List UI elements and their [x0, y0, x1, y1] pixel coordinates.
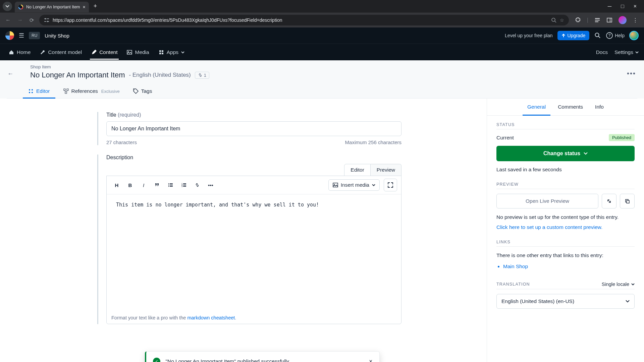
- reading-list-icon[interactable]: [594, 17, 600, 23]
- locale-select[interactable]: English (United States) (en-US): [496, 294, 635, 309]
- copy-icon[interactable]: [620, 194, 635, 208]
- side-tab-general[interactable]: General: [523, 99, 550, 115]
- title-input[interactable]: [106, 121, 401, 136]
- svg-rect-46: [333, 183, 338, 187]
- svg-rect-10: [595, 20, 600, 20]
- app-header: ☰ RU Unity Shop Level up your free plan …: [0, 27, 644, 44]
- tab-close-button[interactable]: ×: [83, 4, 86, 10]
- link-button[interactable]: [191, 179, 203, 191]
- description-textarea[interactable]: This item is no longer important, and th…: [107, 194, 401, 312]
- translation-mode-toggle[interactable]: Single locale: [602, 282, 635, 287]
- new-tab-button[interactable]: +: [92, 3, 99, 10]
- setup-preview-link[interactable]: Click here to set up a custom content pr…: [496, 224, 635, 230]
- site-settings-icon[interactable]: [44, 17, 49, 23]
- open-external-icon[interactable]: [602, 194, 616, 208]
- svg-rect-21: [162, 50, 163, 52]
- chevron-down-icon: [635, 51, 639, 54]
- browser-tab[interactable]: No Longer An Important Item ×: [15, 2, 89, 12]
- description-tab-editor[interactable]: Editor: [344, 164, 371, 176]
- chevron-down-icon: [631, 283, 635, 286]
- space-name[interactable]: Unity Shop: [45, 33, 69, 39]
- minimize-window-button[interactable]: ─: [606, 2, 613, 11]
- contentful-logo-icon[interactable]: [5, 31, 14, 40]
- svg-point-36: [168, 185, 169, 185]
- search-icon[interactable]: [594, 32, 601, 39]
- chevron-down-icon: [181, 51, 184, 54]
- toast-message: "No Longer An Important Item" published …: [166, 358, 364, 362]
- org-chip[interactable]: RU: [29, 32, 40, 39]
- toast-close-button[interactable]: ×: [369, 358, 373, 362]
- extensions-icon[interactable]: [575, 17, 581, 23]
- nav-apps[interactable]: Apps: [155, 45, 188, 59]
- zoom-icon[interactable]: [551, 18, 556, 23]
- svg-rect-20: [159, 50, 161, 52]
- entry-locale: - English (United States): [129, 72, 191, 78]
- browser-back-button[interactable]: ←: [4, 16, 12, 24]
- fullscreen-button[interactable]: [384, 179, 397, 191]
- svg-rect-45: [183, 186, 186, 187]
- help-button[interactable]: ? Help: [606, 32, 625, 39]
- svg-rect-2: [47, 18, 49, 19]
- svg-rect-3: [44, 21, 46, 22]
- browser-forward-button[interactable]: →: [16, 16, 24, 24]
- browser-profile-avatar[interactable]: [619, 16, 627, 24]
- maximize-window-button[interactable]: □: [619, 2, 626, 11]
- chevron-down-icon: [584, 152, 588, 156]
- ul-button[interactable]: [164, 179, 176, 191]
- side-tab-comments[interactable]: Comments: [553, 99, 588, 115]
- heading-button[interactable]: H: [111, 179, 123, 191]
- incoming-links-badge[interactable]: 1: [195, 72, 209, 79]
- browser-menu-icon[interactable]: ⋮: [633, 17, 638, 23]
- nav-content-model[interactable]: Content model: [37, 45, 85, 59]
- bookmark-icon[interactable]: ☆: [560, 17, 564, 23]
- subtab-tags[interactable]: Tags: [128, 84, 158, 98]
- svg-rect-22: [159, 53, 161, 54]
- close-window-button[interactable]: ×: [632, 2, 639, 11]
- svg-rect-28: [64, 89, 65, 90]
- links-heading: LINKS: [496, 240, 635, 247]
- nav-settings[interactable]: Settings: [614, 49, 639, 55]
- svg-rect-11: [595, 21, 598, 22]
- svg-rect-37: [170, 185, 173, 185]
- svg-rect-41: [183, 183, 186, 184]
- cheatsheet-link[interactable]: markdown cheatsheet: [187, 315, 235, 320]
- chevron-down-icon: [626, 299, 630, 303]
- svg-rect-12: [607, 18, 612, 22]
- browser-reload-button[interactable]: ⟳: [28, 16, 35, 25]
- nav-home[interactable]: Home: [5, 45, 34, 59]
- svg-point-26: [29, 92, 30, 93]
- insert-media-button[interactable]: Insert media: [328, 179, 380, 191]
- success-toast: ✓ "No Longer An Important Item" publishe…: [145, 351, 380, 362]
- last-saved-text: Last saved in a few seconds: [496, 167, 635, 173]
- side-panel: General Comments Info STATUS Current Pub…: [487, 99, 644, 362]
- nav-docs[interactable]: Docs: [596, 49, 608, 55]
- browser-right-controls: | ⋮: [573, 16, 640, 24]
- puzzle-icon: [159, 50, 164, 55]
- nav-media[interactable]: Media: [123, 45, 152, 59]
- ol-button[interactable]: 123: [178, 179, 190, 191]
- side-tab-info[interactable]: Info: [590, 99, 608, 115]
- italic-button[interactable]: I: [138, 179, 150, 191]
- upgrade-button[interactable]: Upgrade: [557, 31, 590, 40]
- description-tab-preview[interactable]: Preview: [371, 164, 401, 176]
- tabs-dropdown-button[interactable]: [3, 2, 12, 11]
- user-avatar[interactable]: [629, 31, 639, 40]
- check-icon: ✓: [153, 358, 160, 362]
- menu-toggle-button[interactable]: ☰: [19, 32, 24, 39]
- open-live-preview-button[interactable]: Open Live Preview: [496, 194, 598, 208]
- entry-actions-menu[interactable]: •••: [627, 70, 636, 77]
- subtab-references[interactable]: References Exclusive: [58, 84, 125, 98]
- subtab-editor[interactable]: Editor: [23, 84, 55, 98]
- svg-line-8: [555, 21, 556, 22]
- bold-button[interactable]: B: [124, 179, 136, 191]
- more-button[interactable]: •••: [205, 179, 217, 191]
- incoming-link-item[interactable]: Main Shop: [503, 263, 635, 270]
- nav-content[interactable]: Content: [88, 45, 121, 59]
- change-status-button[interactable]: Change status: [496, 146, 635, 161]
- address-bar[interactable]: https://app.contentful.com/spaces/urdfdd…: [39, 15, 569, 25]
- side-panel-icon[interactable]: [606, 17, 612, 23]
- main-nav: Home Content model Content Media Apps Do…: [0, 44, 644, 60]
- back-button[interactable]: ←: [7, 70, 13, 77]
- quote-button[interactable]: [151, 179, 163, 191]
- svg-point-14: [595, 33, 599, 37]
